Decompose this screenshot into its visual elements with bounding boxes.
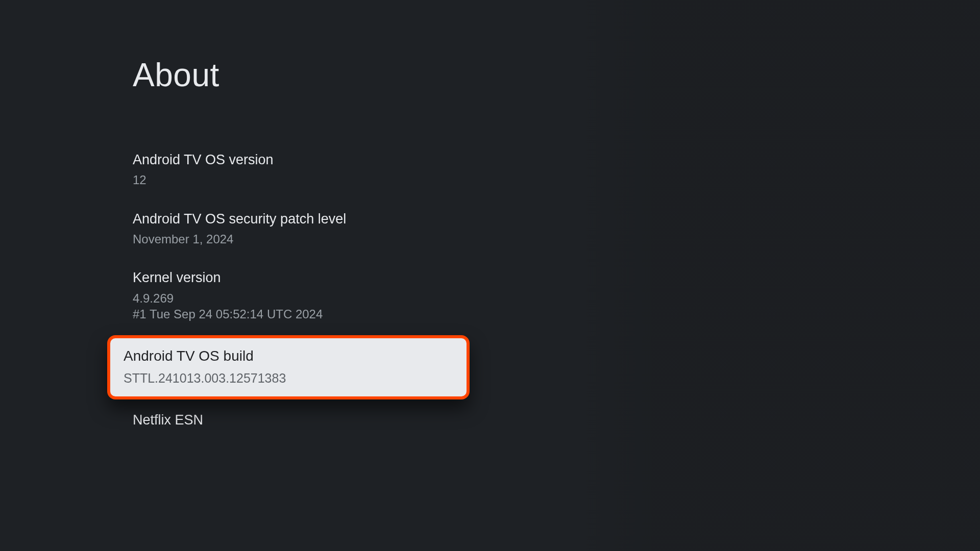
- item-os-version[interactable]: Android TV OS version 12: [133, 142, 495, 202]
- item-os-build[interactable]: Android TV OS build STTL.241013.003.1257…: [107, 335, 470, 399]
- about-page: About Android TV OS version 12 Android T…: [0, 0, 980, 551]
- about-list: Android TV OS version 12 Android TV OS s…: [133, 142, 495, 443]
- item-subtitle: 12: [133, 172, 495, 188]
- item-subtitle: 4.9.269 #1 Tue Sep 24 05:52:14 UTC 2024: [133, 290, 495, 322]
- item-security-patch[interactable]: Android TV OS security patch level Novem…: [133, 202, 495, 261]
- item-title: Android TV OS build: [124, 346, 453, 366]
- item-subtitle: November 1, 2024: [133, 231, 495, 247]
- item-title: Android TV OS security patch level: [133, 210, 495, 228]
- item-kernel-version[interactable]: Kernel version 4.9.269 #1 Tue Sep 24 05:…: [133, 260, 495, 335]
- item-title: Netflix ESN: [133, 411, 495, 429]
- page-title: About: [133, 56, 980, 94]
- item-title: Kernel version: [133, 268, 495, 287]
- item-title: Android TV OS version: [133, 151, 495, 169]
- item-netflix-esn[interactable]: Netflix ESN: [133, 403, 495, 442]
- item-subtitle: STTL.241013.003.12571383: [124, 370, 453, 387]
